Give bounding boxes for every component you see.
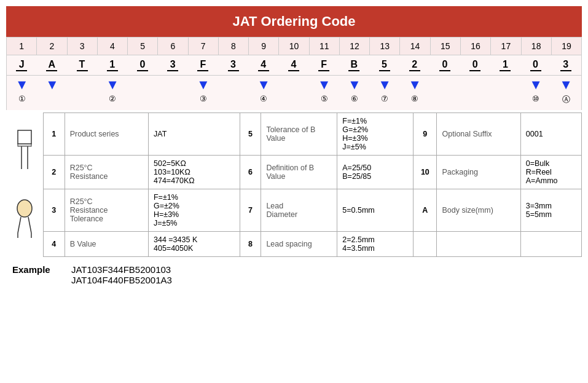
thermistor-icon [13,196,36,242]
code-cell: A [37,55,67,75]
circle-label-cell: Ⓐ [551,94,581,105]
number-cell: 13 [370,38,400,55]
right-label: Optional Suffix [437,113,520,156]
arrow-down-icon: ▼ [45,77,59,92]
arrow-down-icon: ▼ [15,77,29,92]
row-number: 3 [44,189,65,232]
number-cell: 4 [98,38,128,55]
number-cell: 14 [400,38,430,55]
table-row: 2R25°CResistance502=5KΩ103=10KΩ474=470KΩ… [44,156,582,189]
circle-label-cell [490,94,520,105]
number-cell: 9 [249,38,279,55]
sep-number: 8 [240,232,261,257]
right-value: 3=3mm5=5mm [520,189,581,232]
code-cell: T [67,55,97,75]
row-label: R25°CResistance [65,156,148,189]
code-cell: 4 [249,55,279,75]
number-cell: 12 [340,38,370,55]
code-cell: B [339,55,369,75]
ordering-code-table: 1Product seriesJAT5Tolerance of B ValueF… [43,113,582,257]
table-row: 3R25°CResistanceToleranceF=±1%G=±2%H=±3%… [44,189,582,232]
arrow-cell: ▼ [400,78,430,92]
example-label: Example [12,264,50,275]
code-row: JAT103F344FB5200103 [6,55,582,76]
number-cell: 2 [37,38,67,55]
arrow-cell: ▼ [551,78,581,92]
sep-number: 7 [240,189,261,232]
row-label: R25°CResistanceTolerance [65,189,148,232]
sep-range: A=25/50B=25/85 [337,156,414,189]
number-cell: 1 [7,38,37,55]
sep-number: 6 [240,156,261,189]
circle-label-cell [218,94,248,105]
circle-label-cell [460,94,490,105]
number-cell: 16 [461,38,491,55]
right-value [520,232,581,257]
arrow-down-icon: ▼ [257,77,270,92]
svg-line-7 [18,217,21,233]
row-number: 4 [44,232,65,257]
number-cell: 6 [158,38,188,55]
page-title: JAT Ordering Code [6,6,582,37]
arrow-cell: ▼ [188,78,218,92]
table-row: 1Product seriesJAT5Tolerance of B ValueF… [44,113,582,156]
right-number [414,232,437,257]
arrow-cell [158,78,188,92]
circle-label-cell [128,94,158,105]
right-number: 9 [414,113,437,156]
table-row: 4B Value344 =3435 K405=4050K8Lead spacin… [44,232,582,257]
code-cell: 0 [430,55,460,75]
circle-label-cell [37,94,67,105]
arrow-down-icon: ▼ [559,77,573,92]
number-cell: 10 [279,38,309,55]
right-label [437,232,520,257]
code-cell: 0 [128,55,158,75]
right-label: Packaging [437,156,520,189]
sep-number: 5 [240,113,261,156]
arrow-cell: ▼ [520,78,551,92]
number-cell: 15 [431,38,461,55]
number-cell: 3 [68,38,98,55]
number-cell: 5 [128,38,158,55]
circle-label-cell: ① [7,94,37,105]
sep-range: F=±1%G=±2%H=±3%J=±5% [337,113,414,156]
circle-row: ①②③④⑤⑥⑦⑧⑩Ⓐ [7,93,581,110]
arrow-cell: ▼ [249,78,279,92]
circle-label-cell: ⑧ [400,94,430,105]
arrow-cell [279,78,309,92]
arrow-row: ▼▼▼▼▼▼▼▼▼▼▼ [7,76,581,93]
arrow-cell [67,78,97,92]
arrow-down-icon: ▼ [529,77,543,92]
right-label: Body size(mm) [437,189,520,232]
right-number: 10 [414,156,437,189]
sep-label: LeadDiameter [261,189,337,232]
code-cell: 4 [279,55,309,75]
code-cell: J [7,55,37,75]
arrow-cell: ▼ [339,78,369,92]
sep-range: 2=2.5mm4=3.5mm [337,232,414,257]
arrow-cell [490,78,520,92]
code-cell: 3 [158,55,188,75]
arrow-down-icon: ▼ [197,77,210,92]
arrow-down-icon: ▼ [348,77,361,92]
row-value: 344 =3435 K405=4050K [148,232,240,257]
circle-label-cell [430,94,460,105]
sep-range: 5=0.5mm [337,189,414,232]
main-area: 1Product seriesJAT5Tolerance of B ValueF… [6,113,582,257]
icons-column [6,113,43,257]
code-cell: 5 [369,55,399,75]
circle-label-cell: ⑦ [369,94,399,105]
row-value: 502=5KΩ103=10KΩ474=470KΩ [148,156,240,189]
svg-rect-1 [18,144,31,146]
svg-point-6 [17,200,32,217]
arrow-cell: ▼ [7,78,37,92]
arrow-cell [460,78,490,92]
row-label: B Value [65,232,148,257]
number-row: 12345678910111213141516171819 [6,37,582,55]
arrow-down-icon: ▼ [318,77,331,92]
number-cell: 7 [189,38,219,55]
right-number: A [414,189,437,232]
arrow-cell: ▼ [37,78,67,92]
arrow-down-icon: ▼ [408,77,421,92]
row-value: F=±1%G=±2%H=±3%J=±5% [148,189,240,232]
